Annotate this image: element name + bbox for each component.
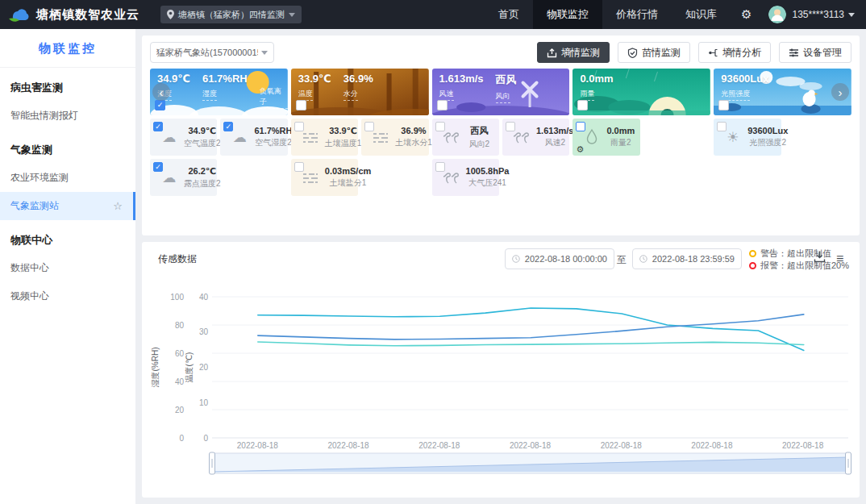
app-logo-icon <box>8 6 29 23</box>
svg-text:2022-08-18: 2022-08-18 <box>327 441 369 450</box>
metric-value <box>260 73 288 85</box>
top-nav: 首页物联监控价格行情知识库 <box>485 0 731 29</box>
cloud-icon: ☁ <box>160 171 179 185</box>
toolbar-button-label: 墒情分析 <box>722 46 761 60</box>
user-avatar[interactable] <box>768 6 786 23</box>
weather-card-sky[interactable]: 34.9℃温度61.7%RH湿度负氧离子✓ <box>150 69 288 115</box>
card-metric: 36.9%水分 <box>343 73 373 101</box>
metric-value: 1.613m/s <box>439 73 484 85</box>
svg-text:10: 10 <box>199 398 209 407</box>
tile-checkbox[interactable]: ✓ <box>223 122 233 131</box>
monitor-panel: 猛家桥气象站(1570000015685 墒情监测苗情监测墒情分析设备管理 ‹ … <box>142 35 860 235</box>
card-checkbox[interactable] <box>718 100 729 110</box>
metric-label: 光照强度 <box>721 85 768 101</box>
svg-text:30: 30 <box>199 327 209 336</box>
carousel-prev-icon[interactable]: ‹ <box>152 83 170 101</box>
top-bar: 塘栖镇数智农业云 塘栖镇（猛家桥）四情监测 首页物联监控价格行情知识库 ⚙ 13… <box>0 0 866 29</box>
nav-item-knowledge[interactable]: 知识库 <box>672 0 731 29</box>
sensor-tile[interactable]: 0.0mm雨量2⚙ <box>572 119 639 156</box>
sensor-tile[interactable]: ✓☁34.9℃空气温度2 <box>150 119 217 156</box>
station-select-value: 猛家桥气象站(1570000015685 <box>156 47 258 59</box>
metric-value: 33.9℃ <box>298 73 331 85</box>
sidebar-item[interactable]: 智能虫情测报灯 <box>0 102 135 130</box>
download-icon[interactable] <box>814 251 826 266</box>
sidebar-item[interactable]: 视频中心 <box>0 282 135 310</box>
tile-gear-icon[interactable]: ⚙ <box>576 145 584 154</box>
sensor-tile[interactable]: 1005.8hPa大气压241 <box>432 159 499 196</box>
sidebar-item[interactable]: 气象监测站☆ <box>0 192 135 220</box>
wind-icon <box>442 130 461 144</box>
metric-value: 西风 <box>496 73 517 87</box>
nav-item-home[interactable]: 首页 <box>485 0 533 29</box>
tile-checkbox[interactable] <box>364 122 374 131</box>
sensor-tile[interactable]: 西风风向2 <box>432 119 499 156</box>
location-selector[interactable]: 塘栖镇（猛家桥）四情监测 <box>160 6 302 23</box>
tile-checkbox[interactable] <box>576 122 585 131</box>
sensor-tile[interactable]: 0.03mS/cm土壤盐分1 <box>291 159 358 196</box>
weather-card-rain[interactable]: 0.0mm雨量 <box>572 69 710 115</box>
data-list-icon[interactable]: ≡ <box>836 252 843 265</box>
card-metric: 33.9℃温度 <box>298 73 331 101</box>
sensor-tile[interactable]: ✓☁61.7%RH空气湿度2 <box>220 119 287 156</box>
weather-card-wind[interactable]: 1.613m/s风速西风风向 <box>432 69 570 115</box>
nav-item-iot-monitor[interactable]: 物联监控 <box>533 0 602 29</box>
sensor-tile[interactable]: ✓☁26.2℃露点温度2 <box>150 159 217 196</box>
sensor-tiles-row: ✓☁34.9℃空气温度2✓☁61.7%RH空气湿度2✓☁26.2℃露点温度233… <box>150 119 851 196</box>
soil-moisture-monitor-icon <box>547 48 557 58</box>
station-select[interactable]: 猛家桥气象站(1570000015685 <box>150 42 274 63</box>
toolbar-button-1[interactable]: 墒情监测 <box>537 42 610 63</box>
weather-card-soil[interactable]: 33.9℃温度36.9%水分 <box>291 69 429 115</box>
card-checkbox[interactable] <box>296 100 306 110</box>
tile-label: 空气温度2 <box>184 138 221 149</box>
tile-label: 露点温度2 <box>184 178 221 190</box>
tile-checkbox[interactable] <box>435 122 445 131</box>
sidebar-sections: 病虫害监测智能虫情测报灯气象监测农业环境监测气象监测站☆物联中心数据中心视频中心 <box>0 68 135 310</box>
nav-item-price[interactable]: 价格行情 <box>602 0 672 29</box>
sidebar-item[interactable]: 农业环境监测 <box>0 164 135 192</box>
card-metric: 61.7%RH湿度 <box>202 73 248 109</box>
tile-checkbox[interactable] <box>294 122 304 131</box>
svg-text:2022-08-18: 2022-08-18 <box>782 441 824 450</box>
user-chevron-down-icon[interactable] <box>848 13 855 17</box>
toolbar-button-4[interactable]: 设备管理 <box>779 42 851 63</box>
metric-label: 负氧离子 <box>260 85 288 109</box>
cloud-icon: ☁ <box>230 131 249 144</box>
card-checkbox[interactable] <box>437 100 448 110</box>
tile-value: 33.9℃ <box>325 126 362 136</box>
metric-value: 36.9% <box>343 73 373 85</box>
card-checkbox[interactable]: ✓ <box>155 100 165 110</box>
toolbar-button-3[interactable]: 墒情分析 <box>698 42 771 63</box>
card-checkbox[interactable] <box>577 100 588 110</box>
card-metrics: 33.9℃温度36.9%水分 <box>298 73 373 101</box>
tile-checkbox[interactable] <box>435 162 445 172</box>
svg-text:2022-08-18: 2022-08-18 <box>691 441 733 450</box>
tile-value: 36.9% <box>395 126 432 135</box>
settings-gear-icon[interactable]: ⚙ <box>731 7 762 22</box>
tile-value: 1.613m/s <box>536 126 573 135</box>
tile-checkbox[interactable] <box>506 122 515 131</box>
tile-checkbox[interactable] <box>717 122 727 131</box>
threshold-legend: 警告：超出限制值报警：超出限制值20% <box>749 248 849 272</box>
date-to-input[interactable]: 2022-08-18 23:59:59 <box>632 248 742 269</box>
user-phone[interactable]: 135****3113 <box>792 9 844 20</box>
date-from-input[interactable]: 2022-08-18 00:00:00 <box>505 248 614 269</box>
tile-checkbox[interactable] <box>294 162 304 172</box>
carousel-next-icon[interactable]: › <box>831 83 849 101</box>
chart-title: 传感数据 <box>158 252 197 266</box>
svg-text:0: 0 <box>203 434 208 443</box>
tile-checkbox[interactable]: ✓ <box>153 122 163 131</box>
metric-label: 温度 <box>298 85 331 101</box>
legend-dot-icon <box>749 250 756 257</box>
sensor-tile[interactable]: 36.9%土壤水分1 <box>361 119 428 156</box>
sidebar-item[interactable]: 数据中心 <box>0 254 135 282</box>
sensor-line-chart[interactable]: 020406080100010203040湿度(%RH)温度(℃)2022-08… <box>145 284 855 494</box>
sensor-tile[interactable]: 33.9℃土壤温度1 <box>291 119 358 156</box>
metric-value: 93600Lux <box>721 73 768 85</box>
metric-label: 雨量 <box>580 85 613 101</box>
star-icon[interactable]: ☆ <box>113 201 123 211</box>
tile-value: 34.9℃ <box>184 126 221 136</box>
toolbar-button-2[interactable]: 苗情监测 <box>618 42 690 63</box>
sensor-tile[interactable]: 1.613m/s风速2 <box>502 119 569 156</box>
tile-checkbox[interactable]: ✓ <box>153 162 163 172</box>
sensor-tile[interactable]: ☀93600Lux光照强度2 <box>714 119 781 156</box>
